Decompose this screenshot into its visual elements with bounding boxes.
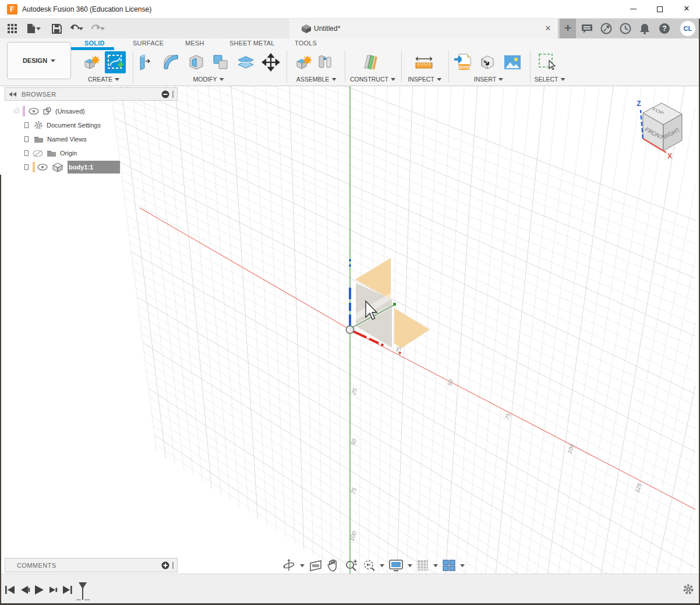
expand-arrow-icon[interactable] [24, 164, 29, 170]
window-close-button[interactable]: ✕ [673, 0, 700, 19]
shell-tool-icon[interactable] [186, 51, 207, 73]
window-minimize-button[interactable] [620, 0, 646, 19]
press-pull-tool-icon[interactable] [135, 51, 156, 73]
assemble-group-label[interactable]: ASSEMBLE [296, 75, 337, 83]
collapse-browser-icon[interactable] [9, 92, 17, 97]
browser-row-document-settings[interactable]: Document Settings [24, 119, 101, 132]
viewports-caret-icon[interactable] [460, 564, 465, 567]
browser-row-label[interactable]: body1:1 [69, 164, 93, 171]
viewport-canvas[interactable]: 25 50 75 100 125 25 50 75 100 TOP FRONT … [0, 86, 700, 574]
move-copy-tool-icon[interactable] [260, 51, 281, 73]
file-menu-caret[interactable] [35, 21, 42, 36]
z-axis-dot [349, 264, 351, 267]
z-axis-dot [349, 259, 351, 261]
orbit-icon[interactable] [282, 558, 296, 572]
canvas-tool-icon[interactable] [502, 51, 523, 73]
visibility-eye-icon[interactable] [37, 164, 48, 171]
document-tab-close-icon[interactable]: ✕ [543, 23, 553, 34]
app-title: Autodesk Fusion 360 (Education License) [22, 5, 151, 13]
timeline-step-back-button[interactable] [19, 582, 33, 597]
construct-group-label[interactable]: CONSTRUCT [350, 75, 395, 83]
comments-panel-header[interactable]: COMMENTS [5, 558, 178, 572]
create-sketch-tool-icon[interactable] [105, 51, 126, 73]
browser-panel: BROWSER (Unsaved) Document Settings [5, 87, 178, 101]
look-at-icon[interactable] [309, 559, 323, 572]
timeline-settings-gear-icon[interactable] [683, 583, 694, 595]
browser-row-named-views[interactable]: Named Views [24, 133, 87, 146]
browser-row-label[interactable]: (Unsaved) [55, 108, 85, 115]
inspect-group-label[interactable]: INSPECT [408, 75, 441, 83]
origin-point[interactable] [347, 326, 354, 334]
add-comment-icon[interactable] [161, 561, 169, 569]
help-icon[interactable]: ? [657, 21, 672, 36]
redo-caret[interactable] [99, 21, 106, 36]
comment-icon[interactable] [579, 21, 595, 36]
grid-caret-icon[interactable] [433, 564, 438, 567]
workspace-selector-button[interactable]: DESIGN [7, 42, 71, 79]
construct-plane-tool-icon[interactable] [360, 51, 381, 73]
expand-arrow-icon[interactable] [13, 108, 20, 115]
fit-caret-icon[interactable] [380, 564, 384, 567]
browser-row-label[interactable]: Named Views [47, 136, 87, 143]
undo-caret[interactable] [77, 21, 84, 36]
browser-row-root[interactable]: (Unsaved) [15, 105, 85, 118]
job-status-clock-icon[interactable] [618, 21, 633, 36]
joint-tool-icon[interactable] [314, 51, 335, 73]
expand-arrow-icon[interactable] [24, 136, 29, 142]
tab-sheet-metal[interactable]: SHEET METAL [229, 40, 275, 49]
viewports-icon[interactable] [442, 559, 456, 572]
tab-mesh[interactable]: MESH [185, 40, 204, 49]
app-grid-icon[interactable] [5, 21, 20, 36]
expand-arrow-icon[interactable] [24, 150, 29, 156]
modify-group-label[interactable]: MODIFY [193, 75, 224, 83]
view-cube[interactable]: TOP FRONT RIGHT Z X [629, 91, 699, 164]
display-settings-icon[interactable] [388, 559, 404, 572]
expand-arrow-icon[interactable] [24, 122, 29, 128]
insert-mesh-tool-icon[interactable] [477, 51, 498, 73]
panel-grip[interactable] [172, 91, 174, 98]
browser-header[interactable]: BROWSER [5, 87, 178, 101]
offset-face-tool-icon[interactable] [235, 51, 256, 73]
timeline-skip-start-button[interactable] [3, 582, 17, 597]
measure-tool-icon[interactable] [413, 51, 434, 73]
grid-display-icon[interactable] [416, 559, 429, 572]
fit-icon[interactable] [362, 558, 376, 572]
pan-hand-icon[interactable] [327, 558, 340, 572]
visibility-eye-icon[interactable] [29, 108, 39, 115]
visibility-off-eye-icon[interactable] [33, 150, 44, 157]
insert-svg-tool-icon[interactable]: SVG [452, 51, 473, 73]
tab-surface[interactable]: SURFACE [133, 40, 164, 49]
panel-grip[interactable] [172, 562, 174, 569]
create-group-label[interactable]: CREATE [88, 75, 119, 83]
sketch-point-end[interactable] [393, 303, 396, 306]
save-icon[interactable] [49, 21, 64, 36]
select-tool-icon[interactable] [537, 51, 558, 73]
extensions-icon[interactable] [599, 21, 614, 36]
browser-row-label[interactable]: Origin [60, 150, 77, 157]
account-avatar[interactable]: CL [680, 21, 695, 36]
timeline-play-button[interactable] [33, 582, 47, 597]
zoom-icon[interactable] [344, 558, 358, 572]
display-caret-icon[interactable] [408, 564, 412, 567]
window-maximize-button[interactable] [646, 0, 673, 19]
remove-panel-icon[interactable] [161, 90, 169, 98]
browser-row-body[interactable]: body1:1 [24, 161, 111, 174]
browser-row-origin[interactable]: Origin [24, 147, 77, 160]
body-bottom-face[interactable] [394, 308, 430, 348]
assemble-component-tool-icon[interactable] [294, 51, 314, 73]
viewcube-x-label: X [667, 152, 672, 160]
tab-tools[interactable]: TOOLS [295, 40, 317, 49]
document-tab[interactable]: Untitled* ✕ [289, 19, 558, 38]
timeline-position-marker[interactable] [75, 581, 96, 601]
insert-group-label[interactable]: INSERT [474, 75, 503, 83]
new-tab-button[interactable]: + [560, 19, 576, 38]
orbit-caret-icon[interactable] [300, 564, 305, 567]
browser-row-label[interactable]: Document Settings [47, 122, 101, 129]
select-group-label[interactable]: SELECT [535, 75, 565, 83]
combine-tool-icon[interactable] [210, 51, 231, 73]
timeline-step-forward-button[interactable] [47, 582, 61, 597]
timeline-skip-end-button[interactable] [61, 582, 75, 597]
new-component-tool-icon[interactable] [82, 51, 102, 73]
notifications-bell-icon[interactable] [637, 21, 652, 36]
fillet-tool-icon[interactable] [161, 51, 182, 73]
